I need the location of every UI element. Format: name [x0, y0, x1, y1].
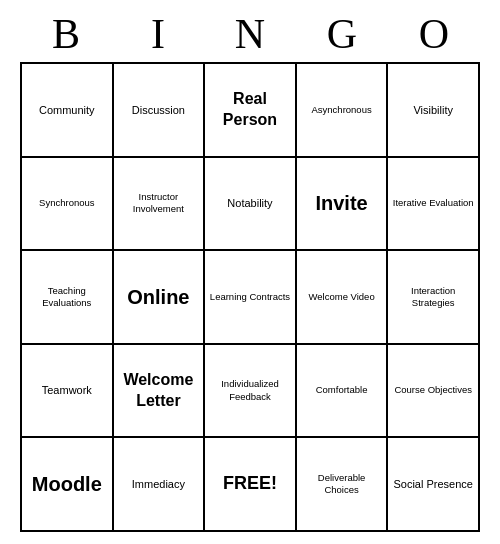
bingo-letter-n: N: [206, 10, 294, 58]
bingo-cell-22: FREE!: [204, 437, 296, 531]
bingo-letter-b: B: [22, 10, 110, 58]
bingo-cell-16: Welcome Letter: [113, 344, 205, 438]
bingo-cell-5: Synchronous: [21, 157, 113, 251]
bingo-cell-10: Teaching Evaluations: [21, 250, 113, 344]
bingo-cell-21: Immediacy: [113, 437, 205, 531]
bingo-title-row: BINGO: [20, 10, 480, 58]
bingo-cell-18: Comfortable: [296, 344, 388, 438]
bingo-cell-12: Learning Contracts: [204, 250, 296, 344]
bingo-cell-7: Notability: [204, 157, 296, 251]
bingo-cell-3: Asynchronous: [296, 63, 388, 157]
bingo-cell-4: Visibility: [387, 63, 479, 157]
bingo-cell-9: Iterative Evaluation: [387, 157, 479, 251]
bingo-cell-19: Course Objectives: [387, 344, 479, 438]
bingo-letter-o: O: [390, 10, 478, 58]
bingo-cell-23: Deliverable Choices: [296, 437, 388, 531]
bingo-cell-13: Welcome Video: [296, 250, 388, 344]
bingo-cell-6: Instructor Involvement: [113, 157, 205, 251]
bingo-cell-17: Individualized Feedback: [204, 344, 296, 438]
bingo-cell-20: Moodle: [21, 437, 113, 531]
bingo-letter-g: G: [298, 10, 386, 58]
bingo-cell-24: Social Presence: [387, 437, 479, 531]
bingo-cell-2: Real Person: [204, 63, 296, 157]
bingo-cell-8: Invite: [296, 157, 388, 251]
bingo-cell-1: Discussion: [113, 63, 205, 157]
bingo-letter-i: I: [114, 10, 202, 58]
bingo-cell-11: Online: [113, 250, 205, 344]
bingo-cell-15: Teamwork: [21, 344, 113, 438]
bingo-grid: CommunityDiscussionReal PersonAsynchrono…: [20, 62, 480, 532]
bingo-cell-14: Interaction Strategies: [387, 250, 479, 344]
bingo-cell-0: Community: [21, 63, 113, 157]
